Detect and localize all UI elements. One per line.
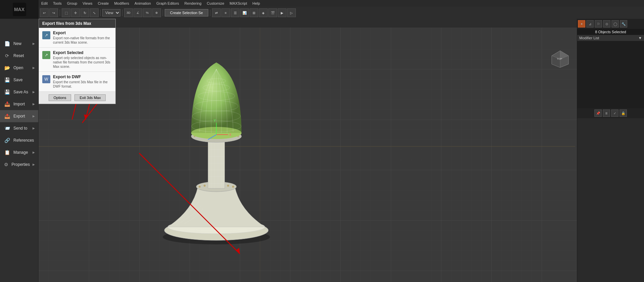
sidebar-item-save-as[interactable]: 💾 Save As ▶ [0, 86, 38, 98]
menu-tools[interactable]: Tools [50, 0, 64, 7]
mirror-button[interactable]: ⇌ [212, 8, 221, 17]
track-view[interactable]: 📊 [240, 8, 249, 17]
menu-views[interactable]: Views [80, 0, 95, 7]
send-to-arrow: ▶ [33, 127, 35, 130]
snap-toggle[interactable]: 3D [124, 8, 133, 17]
save-icon: 💾 [3, 76, 11, 84]
viewport[interactable]: X Y View TOP [39, 19, 644, 282]
menu-customize[interactable]: Customize [204, 0, 227, 7]
export-selected-icon: ↗ [42, 51, 50, 59]
modify-panel-icon[interactable]: ⊿ [586, 20, 594, 28]
create-panel-icon[interactable]: ✦ [578, 20, 585, 28]
schematic-view[interactable]: ⊞ [250, 8, 258, 17]
lock-button[interactable]: 🔒 [620, 109, 627, 117]
modifier-list-header[interactable]: Modifier List ▼ [577, 35, 644, 41]
rotate-button[interactable]: ↻ [80, 8, 89, 17]
reset-icon: ⟳ [3, 52, 11, 59]
spinner-snap[interactable]: ⊕ [152, 8, 161, 17]
motion-panel-icon[interactable]: ⊙ [603, 20, 610, 28]
sidebar-item-new[interactable]: 📄 New ▶ [0, 38, 38, 50]
percent-snap[interactable]: % [143, 8, 152, 17]
render-last[interactable]: ▷ [287, 8, 296, 17]
sidebar-item-export[interactable]: 📤 Export ▶ [0, 110, 38, 122]
export-icon: 📤 [3, 112, 11, 120]
send-to-icon: 📨 [3, 125, 11, 132]
sidebar-item-import[interactable]: 📥 Import ▶ [0, 98, 38, 110]
view-dropdown[interactable]: View [102, 9, 120, 16]
svg-text:TOP: TOP [557, 57, 562, 60]
material-editor[interactable]: ◈ [259, 8, 268, 17]
utilities-panel-icon[interactable]: 🔧 [620, 20, 627, 28]
menu-graph-editors[interactable]: Graph Editors [154, 0, 182, 7]
scale-button[interactable]: ⤡ [90, 8, 99, 17]
export-selected-title: Export Selected [53, 50, 112, 55]
exit-3ds-max-button[interactable]: Exit 3ds Max [74, 94, 106, 101]
pin-button[interactable]: 📌 [594, 109, 602, 117]
open-arrow: ▶ [33, 66, 35, 69]
manage-icon: 📋 [3, 149, 11, 156]
left-sidebar: 📄 New ▶ ⟳ Reset 📂 Open ▶ 💾 Save 💾 Save A… [0, 19, 39, 282]
open-icon: 📂 [3, 64, 11, 72]
sidebar-item-manage[interactable]: 📋 Manage ▶ [0, 146, 38, 158]
menu-help[interactable]: Help [250, 0, 263, 7]
sidebar-item-send-to[interactable]: 📨 Send to ▶ [0, 122, 38, 134]
import-arrow: ▶ [33, 102, 35, 106]
export-item-dwf-content: Export to DWF Export the current 3ds Max… [53, 75, 112, 89]
create-selection-button[interactable]: Create Selection Se [165, 9, 208, 16]
max-logo[interactable]: MAX [0, 0, 39, 19]
export-item-export-desc: Export non-native file formats from the … [53, 36, 112, 45]
layer-button[interactable]: ☰ [231, 8, 239, 17]
export-panel: Export files from 3ds Max ↗ Export Expor… [39, 19, 116, 104]
export-item-selected[interactable]: ↗ Export Selected Export only selected o… [39, 48, 115, 72]
save-as-icon: 💾 [3, 88, 11, 96]
svg-point-16 [232, 186, 234, 188]
hierarchy-panel-icon[interactable]: ⚐ [595, 20, 602, 28]
export-dwf-desc: Export the current 3ds Max file in the D… [53, 80, 112, 89]
sidebar-item-save[interactable]: 💾 Save [0, 74, 38, 86]
menu-rendering[interactable]: Rendering [182, 0, 204, 7]
pause-button[interactable]: ⏸ [603, 109, 610, 117]
export-item-export-title: Export [53, 31, 112, 35]
menu-group[interactable]: Group [64, 0, 80, 7]
menu-edit[interactable]: Edit [39, 0, 50, 7]
menu-create[interactable]: Create [95, 0, 111, 7]
right-panel-bottom-icons: 📌 ⏸ ✓ 🔒 [577, 108, 644, 118]
modifier-list-dropdown-icon: ▼ [638, 36, 642, 40]
max-logo-icon: MAX [13, 3, 26, 16]
export-item-export[interactable]: ↗ Export Export non-native file formats … [39, 28, 115, 48]
svg-point-10 [199, 186, 201, 188]
toolbar: ↩ ↪ ⬚ ✛ ↻ ⤡ View 3D ∠ % ⊕ Create Selecti… [39, 7, 644, 19]
modifier-list-area [577, 41, 644, 108]
manage-arrow: ▶ [33, 151, 35, 154]
top-menubar: Edit Tools Group Views Create Modifiers … [39, 0, 644, 7]
select-button[interactable]: ⬚ [62, 8, 70, 17]
redo-button[interactable]: ↪ [49, 8, 58, 17]
undo-button[interactable]: ↩ [40, 8, 49, 17]
svg-text:Y: Y [214, 119, 216, 123]
display-panel-icon[interactable]: ◯ [611, 20, 619, 28]
render-frame[interactable]: ▶ [278, 8, 286, 17]
move-button[interactable]: ✛ [71, 8, 80, 17]
right-panel-icon-row: ✦ ⊿ ⚐ ⊙ ◯ 🔧 [577, 19, 644, 29]
menu-maxscript[interactable]: MAXScript [227, 0, 250, 7]
svg-point-15 [227, 185, 229, 187]
toolbar-sep-2 [100, 9, 101, 16]
align-button[interactable]: ≡ [221, 8, 230, 17]
export-arrow: ▶ [33, 114, 35, 118]
render-setup[interactable]: 🎬 [268, 8, 277, 17]
objects-selected-label: 8 Objects Selected [577, 29, 644, 35]
cube-navigator[interactable]: TOP [550, 49, 570, 69]
menu-modifiers[interactable]: Modifiers [111, 0, 132, 7]
options-button[interactable]: Options [49, 94, 71, 101]
export-item-dwf[interactable]: W Export to DWF Export the current 3ds M… [39, 72, 115, 92]
angle-snap[interactable]: ∠ [133, 8, 142, 17]
menu-animation[interactable]: Animation [132, 0, 154, 7]
sidebar-item-open[interactable]: 📂 Open ▶ [0, 62, 38, 74]
sidebar-item-properties[interactable]: ⚙ Properties ▶ [0, 158, 38, 171]
export-dwf-title: Export to DWF [53, 75, 112, 79]
sidebar-item-reset[interactable]: ⟳ Reset [0, 50, 38, 62]
export-dwf-icon: W [42, 75, 50, 83]
new-icon: 📄 [3, 40, 11, 47]
check-button[interactable]: ✓ [611, 109, 619, 117]
sidebar-item-references[interactable]: 🔗 References [0, 134, 38, 146]
